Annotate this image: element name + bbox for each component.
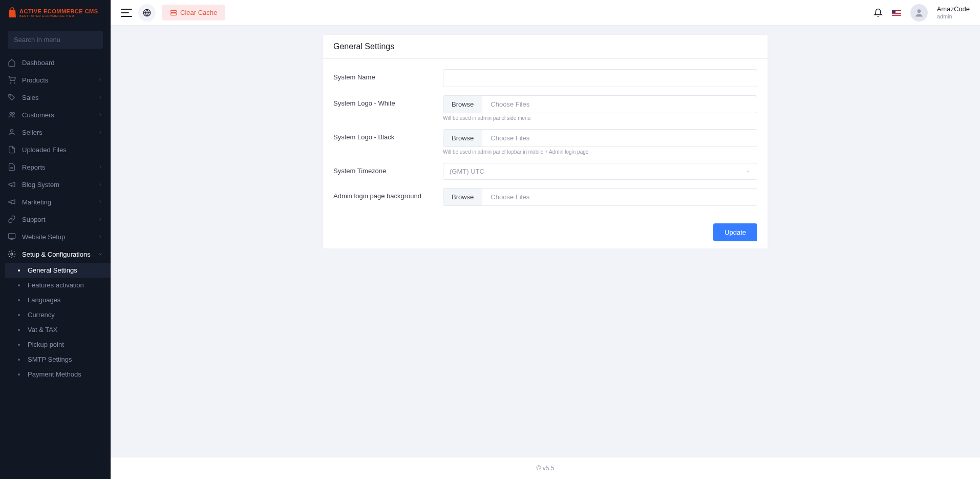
language-flag[interactable] — [892, 10, 901, 16]
sidebar-item-label: Blog System — [22, 181, 98, 189]
logo-white-file-input[interactable]: Browse Choose Files — [443, 95, 757, 113]
sidebar-subitem-general-settings[interactable]: General Settings — [5, 263, 111, 278]
bullet-icon — [18, 359, 20, 361]
system-name-input[interactable] — [443, 69, 757, 87]
label-system-name: System Name — [333, 69, 443, 81]
chevron-right-icon — [98, 164, 103, 170]
sidebar-subitem-currency[interactable]: Currency — [5, 307, 111, 322]
sidebar-item-label: Website Setup — [22, 233, 98, 241]
chevron-right-icon — [98, 95, 103, 100]
sidebar-subitem-smtp-settings[interactable]: SMTP Settings — [5, 352, 111, 367]
sidebar-subitem-features-activation[interactable]: Features activation — [5, 278, 111, 293]
svg-point-3 — [10, 112, 12, 114]
sidebar-subitem-pickup-point[interactable]: Pickup point — [5, 337, 111, 352]
svg-point-1 — [14, 82, 15, 83]
sidebar-item-sellers[interactable]: Sellers — [0, 123, 111, 141]
chevron-down-icon — [745, 169, 751, 174]
sidebar-item-label: Setup & Configurations — [22, 251, 98, 258]
sidebar-item-label: Pickup point — [28, 341, 103, 348]
sidebar-item-website-setup[interactable]: Website Setup — [0, 228, 111, 245]
svg-point-2 — [10, 96, 10, 96]
main-area: Clear Cache AmazCode admin General Sett — [111, 0, 980, 479]
update-button[interactable]: Update — [713, 223, 757, 241]
chevron-right-icon — [98, 217, 103, 222]
sidebar-item-dashboard[interactable]: Dashboard — [0, 54, 111, 71]
sidebar-item-reports[interactable]: Reports — [0, 158, 111, 176]
globe-button[interactable] — [138, 4, 156, 22]
label-timezone: System Timezone — [333, 163, 443, 175]
label-logo-black: System Logo - Black — [333, 129, 443, 141]
hamburger-icon[interactable] — [121, 9, 132, 17]
monitor-icon — [8, 233, 16, 241]
bullet-icon — [18, 314, 20, 316]
sidebar-item-label: Sales — [22, 94, 98, 101]
timezone-select[interactable]: (GMT) UTC — [443, 163, 757, 180]
label-logo-white: System Logo - White — [333, 95, 443, 107]
notifications-button[interactable] — [874, 8, 883, 17]
logo-black-file-input[interactable]: Browse Choose Files — [443, 129, 757, 147]
sidebar-item-label: Customers — [22, 111, 98, 119]
nav-menu: DashboardProductsSalesCustomersSellersUp… — [0, 54, 111, 479]
bell-icon — [874, 8, 883, 17]
label-login-bg: Admin login page background — [333, 188, 443, 200]
sidebar-item-label: SMTP Settings — [28, 356, 103, 363]
globe-icon — [143, 9, 151, 17]
sidebar-item-label: Dashboard — [22, 59, 103, 67]
brand-logo[interactable]: ACTIVE ECOMMERCE CMS BEST RATED ECOMMERC… — [0, 0, 111, 26]
home-icon — [8, 58, 16, 67]
bullet-icon — [18, 329, 20, 331]
chevron-right-icon — [98, 182, 103, 187]
sidebar-item-setup-configurations[interactable]: Setup & Configurations — [0, 245, 111, 263]
chevron-right-icon — [98, 234, 103, 239]
sidebar-item-products[interactable]: Products — [0, 71, 111, 89]
svg-point-11 — [917, 9, 921, 13]
sidebar-item-label: General Settings — [28, 266, 103, 274]
bullet-icon — [18, 269, 20, 272]
sidebar-item-blog-system[interactable]: Blog System — [0, 176, 111, 193]
avatar[interactable] — [910, 4, 928, 22]
sidebar-item-customers[interactable]: Customers — [0, 106, 111, 123]
sidebar-item-label: Sellers — [22, 129, 98, 136]
user-icon — [914, 8, 924, 18]
sidebar-subitem-languages[interactable]: Languages — [5, 293, 111, 307]
footer-text: © v5.5 — [111, 457, 980, 479]
sidebar-item-marketing[interactable]: Marketing — [0, 193, 111, 211]
sidebar-item-label: Products — [22, 76, 98, 84]
svg-point-7 — [11, 253, 13, 255]
sidebar-item-label: Vat & TAX — [28, 326, 103, 334]
sidebar-item-support[interactable]: Support — [0, 211, 111, 228]
bullet-icon — [18, 373, 20, 376]
user-menu[interactable]: AmazCode admin — [937, 5, 970, 20]
clear-cache-button[interactable]: Clear Cache — [162, 5, 225, 20]
chevron-down-icon — [98, 252, 103, 257]
chevron-right-icon — [98, 77, 103, 82]
sidebar-item-label: Support — [22, 216, 98, 223]
chevron-right-icon — [98, 130, 103, 135]
svg-rect-9 — [171, 10, 177, 12]
svg-point-5 — [10, 130, 13, 132]
users-icon — [8, 111, 16, 119]
settings-card: General Settings System Name System Logo… — [323, 35, 768, 248]
bullet-icon — [18, 344, 20, 346]
sidebar-subitem-vat-tax[interactable]: Vat & TAX — [5, 322, 111, 337]
svg-rect-10 — [171, 13, 177, 15]
cart-icon — [8, 76, 16, 84]
hint-logo-white: Will be used in admin panel side menu — [443, 115, 757, 121]
login-bg-file-input[interactable]: Browse Choose Files — [443, 188, 757, 206]
gear-icon — [8, 250, 16, 258]
file-icon — [8, 145, 16, 154]
svg-rect-6 — [8, 234, 15, 238]
sidebar-subitem-payment-methods[interactable]: Payment Methods — [5, 367, 111, 382]
brand-text: ACTIVE ECOMMERCE CMS BEST RATED ECOMMERC… — [19, 9, 98, 17]
card-title: General Settings — [323, 35, 768, 59]
tag-icon — [8, 93, 16, 101]
hint-logo-black: Will be used in admin panel topbar in mo… — [443, 149, 757, 155]
server-icon — [170, 9, 177, 16]
sidebar-item-sales[interactable]: Sales — [0, 89, 111, 106]
sidebar-item-uploaded-files[interactable]: Uploaded Files — [0, 141, 111, 158]
bullet-icon — [18, 299, 20, 301]
user-icon — [8, 128, 16, 136]
sidebar-item-label: Uploaded Files — [22, 146, 103, 154]
search-input[interactable] — [8, 31, 103, 49]
link-icon — [8, 215, 16, 223]
